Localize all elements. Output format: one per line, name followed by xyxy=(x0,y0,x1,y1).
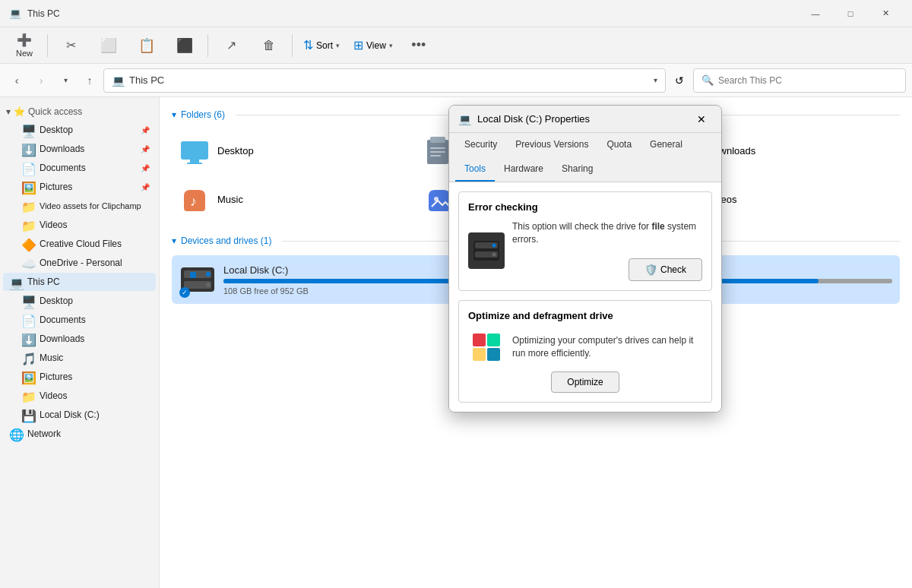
folder-music-name: Music xyxy=(217,194,243,205)
sidebar: ▾ ⭐ Quick access 🖥️ Desktop 📌 ⬇️ Downloa… xyxy=(0,97,160,588)
svg-rect-7 xyxy=(430,155,441,156)
address-field[interactable]: 💻 This PC ▾ xyxy=(103,68,666,93)
address-dropdown-icon: ▾ xyxy=(654,76,657,84)
forward-button[interactable]: › xyxy=(30,70,52,91)
svg-rect-1 xyxy=(190,160,199,163)
back-button[interactable]: ‹ xyxy=(6,70,27,91)
local-disk-properties-dialog[interactable]: 💻 Local Disk (C:) Properties ✕ Security … xyxy=(448,105,722,413)
search-icon: 🔍 xyxy=(701,74,714,86)
more-button[interactable]: ••• xyxy=(401,34,437,56)
sidebar-item-videos-pc[interactable]: 📁 Videos xyxy=(3,387,156,405)
svg-rect-22 xyxy=(473,334,486,346)
tab-previous-versions[interactable]: Previous Versions xyxy=(506,133,597,157)
tab-sharing[interactable]: Sharing xyxy=(553,157,602,182)
minimize-button[interactable]: — xyxy=(798,0,833,27)
quick-access-header[interactable]: ▾ ⭐ Quick access xyxy=(0,103,159,120)
sidebar-item-local-disk[interactable]: 💾 Local Disk (C:) xyxy=(3,406,156,424)
folder-item-music[interactable]: ♪ Music xyxy=(172,178,410,220)
selected-checkmark-icon: ✓ xyxy=(179,287,190,298)
search-box[interactable]: 🔍 xyxy=(693,68,906,93)
up-button[interactable]: ↑ xyxy=(79,70,100,91)
check-button[interactable]: 🛡️ Check xyxy=(629,258,702,281)
sidebar-item-music-pc[interactable]: 🎵 Music xyxy=(3,349,156,367)
sidebar-item-videos[interactable]: 📁 Videos xyxy=(3,216,156,234)
sidebar-item-onedrive[interactable]: ☁️ OneDrive - Personal xyxy=(3,254,156,272)
this-pc-icon: 💻 xyxy=(9,276,21,288)
error-checking-title: Error checking xyxy=(468,201,702,213)
sidebar-item-local-disk-label: Local Disk (C:) xyxy=(40,409,100,420)
svg-rect-5 xyxy=(430,147,445,149)
address-folder-icon: 💻 xyxy=(112,74,125,87)
close-button[interactable]: ✕ xyxy=(868,0,903,27)
copy-button[interactable]: ⬜ xyxy=(90,34,127,57)
music-pc-icon: 🎵 xyxy=(21,352,33,364)
music-folder-large-icon: ♪ xyxy=(179,184,210,214)
maximize-button[interactable]: □ xyxy=(833,0,868,27)
downloads-pc-icon: ⬇️ xyxy=(21,333,33,345)
delete-button[interactable]: 🗑 xyxy=(251,36,287,55)
sidebar-item-documents[interactable]: 📄 Documents 📌 xyxy=(3,159,156,177)
paste-button[interactable]: 📋 xyxy=(128,34,165,57)
sidebar-item-downloads[interactable]: ⬇️ Downloads 📌 xyxy=(3,140,156,158)
network-icon: 🌐 xyxy=(9,428,21,440)
documents-pc-icon: 📄 xyxy=(21,314,33,326)
sort-button[interactable]: ⇅ Sort ▾ xyxy=(297,35,346,55)
sidebar-item-documents-pc[interactable]: 📄 Documents xyxy=(3,311,156,329)
optimize-icon xyxy=(468,329,505,365)
video-assets-icon: 📁 xyxy=(21,200,33,212)
dialog-close-button[interactable]: ✕ xyxy=(691,109,712,130)
pin-icon-4: 📌 xyxy=(141,183,150,191)
devices-section-title: Devices and drives (1) xyxy=(181,236,271,246)
tab-hardware[interactable]: Hardware xyxy=(495,157,553,182)
rename-button[interactable]: ⬛ xyxy=(166,34,203,57)
sidebar-item-network[interactable]: 🌐 Network xyxy=(3,425,156,443)
sidebar-item-music-pc-label: Music xyxy=(40,352,63,363)
sort-icon: ⇅ xyxy=(303,38,313,52)
separator-1 xyxy=(47,34,48,57)
error-checking-description: This option will check the drive for fil… xyxy=(512,220,702,281)
tab-general[interactable]: General xyxy=(641,133,692,157)
new-button[interactable]: ➕ New xyxy=(6,30,43,61)
sidebar-item-documents-label: Documents xyxy=(40,163,86,173)
sidebar-item-this-pc-label: This PC xyxy=(27,277,60,287)
share-button[interactable]: ↗ xyxy=(213,35,249,55)
svg-text:♪: ♪ xyxy=(190,194,197,209)
optimize-text: Optimizing your computer's drives can he… xyxy=(512,334,702,360)
optimize-row: Optimizing your computer's drives can he… xyxy=(468,329,702,365)
tab-quota[interactable]: Quota xyxy=(597,133,641,157)
dialog-tabs: Security Previous Versions Quota General… xyxy=(449,133,721,182)
sidebar-item-desktop[interactable]: 🖥️ Desktop 📌 xyxy=(3,121,156,139)
sidebar-item-desktop-pc[interactable]: 🖥️ Desktop xyxy=(3,292,156,310)
svg-rect-4 xyxy=(430,137,445,143)
view-icon: ⊞ xyxy=(353,38,363,52)
separator-3 xyxy=(292,34,293,57)
svg-rect-2 xyxy=(187,163,202,164)
dialog-title-icon: 💻 xyxy=(458,113,471,125)
folder-item-desktop[interactable]: Desktop xyxy=(172,129,410,172)
sidebar-item-pictures[interactable]: 🖼️ Pictures 📌 xyxy=(3,178,156,196)
cut-icon: ✂ xyxy=(66,38,76,52)
title-bar-title: This PC xyxy=(27,8,792,19)
search-input[interactable] xyxy=(718,75,898,86)
sidebar-item-videos-label: Videos xyxy=(40,220,67,230)
sidebar-item-downloads-pc[interactable]: ⬇️ Downloads xyxy=(3,330,156,348)
sort-chevron-icon: ▾ xyxy=(336,42,340,49)
local-disk-icon: 💾 xyxy=(21,409,33,421)
tab-tools[interactable]: Tools xyxy=(455,157,495,182)
refresh-button[interactable]: ↺ xyxy=(669,70,690,91)
tab-security[interactable]: Security xyxy=(455,133,506,157)
view-button[interactable]: ⊞ View ▾ xyxy=(347,35,399,55)
sidebar-item-pictures-pc-label: Pictures xyxy=(40,371,72,382)
optimize-button[interactable]: Optimize xyxy=(551,371,619,393)
dialog-title-bar: 💻 Local Disk (C:) Properties ✕ xyxy=(449,106,721,133)
sidebar-item-videos-pc-label: Videos xyxy=(40,390,67,401)
cut-button[interactable]: ✂ xyxy=(52,35,89,55)
sidebar-item-this-pc[interactable]: 💻 This PC xyxy=(3,273,156,291)
recent-locations-button[interactable]: ▾ xyxy=(55,70,76,91)
sidebar-item-creative-cloud[interactable]: 🔶 Creative Cloud Files xyxy=(3,235,156,253)
sidebar-item-pictures-pc[interactable]: 🖼️ Pictures xyxy=(3,368,156,386)
sidebar-item-video-assets[interactable]: 📁 Video assets for Clipchamp xyxy=(3,197,156,215)
main-layout: ▾ ⭐ Quick access 🖥️ Desktop 📌 ⬇️ Downloa… xyxy=(0,97,912,588)
svg-point-14 xyxy=(206,272,211,277)
rename-icon: ⬛ xyxy=(176,37,193,54)
